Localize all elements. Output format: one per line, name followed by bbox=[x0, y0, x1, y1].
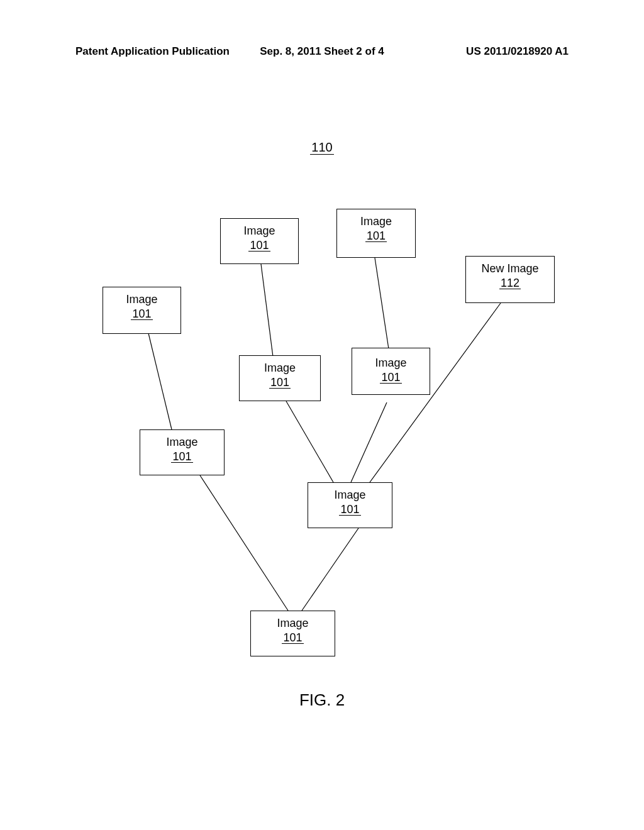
node-label: Image bbox=[308, 488, 392, 502]
node-label: Image bbox=[240, 361, 320, 375]
node-label: Image bbox=[103, 292, 180, 307]
node-ref: 101 bbox=[171, 451, 192, 463]
node-ref: 101 bbox=[131, 308, 152, 321]
page: Patent Application Publication Sep. 8, 2… bbox=[0, 0, 644, 830]
figure-caption: FIG. 2 bbox=[0, 690, 644, 710]
node-image-g: Image 101 bbox=[140, 429, 225, 475]
node-label: New Image bbox=[466, 262, 554, 276]
node-image-f: Image 101 bbox=[352, 348, 430, 395]
node-image-a: Image 101 bbox=[220, 218, 299, 264]
node-label: Image bbox=[337, 214, 415, 229]
node-label: Image bbox=[352, 356, 430, 370]
node-ref: 101 bbox=[380, 372, 401, 384]
node-ref: 101 bbox=[282, 632, 303, 645]
node-ref: 101 bbox=[248, 240, 270, 252]
node-label: Image bbox=[221, 224, 298, 238]
node-image-e: Image 101 bbox=[239, 355, 321, 401]
node-ref: 101 bbox=[269, 377, 291, 389]
node-label: Image bbox=[251, 616, 335, 631]
node-image-b: Image 101 bbox=[336, 209, 416, 258]
node-image-d: Image 101 bbox=[103, 287, 181, 334]
node-ref: 101 bbox=[365, 230, 387, 243]
node-ref: 101 bbox=[339, 504, 360, 516]
node-image-h: Image 101 bbox=[308, 482, 392, 528]
node-image-i: Image 101 bbox=[250, 611, 335, 656]
node-new-image-c: New Image 112 bbox=[465, 256, 555, 303]
node-ref: 112 bbox=[499, 277, 521, 290]
node-label: Image bbox=[140, 435, 224, 450]
